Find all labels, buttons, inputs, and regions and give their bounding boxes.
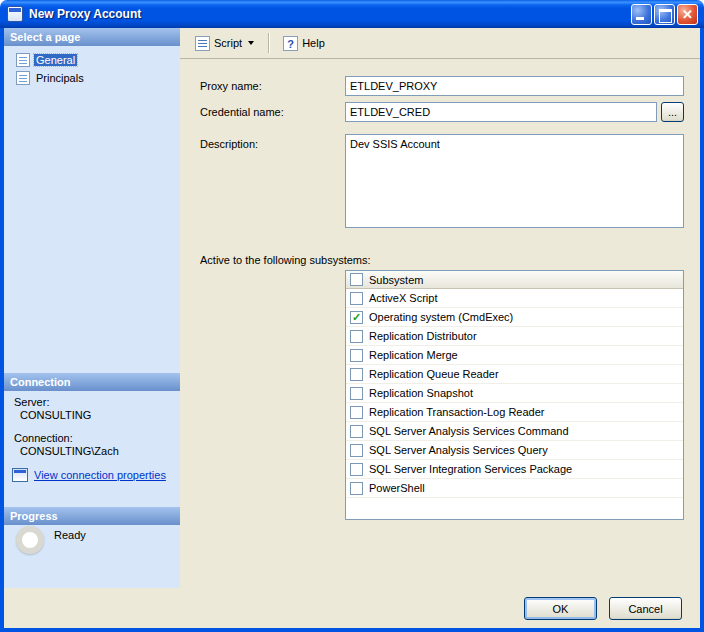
subsystem-checkbox[interactable] [350,406,363,419]
subsystem-label: Replication Queue Reader [369,368,499,380]
subsystem-label: PowerShell [369,482,425,494]
progress-status: Ready [54,529,86,541]
sidebar: Select a page GeneralPrincipals Connecti… [4,28,180,588]
help-button-label: Help [302,37,325,49]
table-row[interactable]: ✓Operating system (CmdExec) [346,308,683,327]
table-row[interactable]: Replication Snapshot [346,384,683,403]
subsystem-checkbox[interactable] [350,482,363,495]
minimize-button[interactable] [631,4,652,25]
subsystem-checkbox[interactable] [350,349,363,362]
toolbar: Script Help [180,28,700,59]
subsystem-label: Replication Snapshot [369,387,473,399]
cancel-button[interactable]: Cancel [609,597,682,620]
subsystem-checkbox[interactable] [350,425,363,438]
table-row[interactable]: ActiveX Script [346,289,683,308]
window-title: New Proxy Account [29,7,631,21]
ok-button[interactable]: OK [524,597,597,620]
footer: OK Cancel [4,588,700,628]
maximize-button[interactable] [654,4,675,25]
script-button[interactable]: Script [188,31,261,55]
view-connection-properties-link[interactable]: View connection properties [34,469,166,481]
subsystem-label: SQL Server Integration Services Package [369,463,572,475]
chevron-down-icon[interactable] [248,41,254,45]
sidebar-item-principals[interactable]: Principals [8,70,178,86]
subsystem-checkbox[interactable] [350,444,363,457]
sidebar-item-general[interactable]: General [8,52,178,68]
connection-header: Connection [4,373,180,391]
sidebar-item-label: General [34,54,77,66]
subsystem-checkbox[interactable] [350,463,363,476]
window-border-bottom [0,628,704,632]
table-row[interactable]: Replication Merge [346,346,683,365]
window-icon [7,6,23,22]
table-row[interactable]: Replication Queue Reader [346,365,683,384]
description-label: Description: [200,138,258,150]
proxy-name-label: Proxy name: [200,80,262,92]
description-input[interactable]: Dev SSIS Account [345,134,684,228]
title-bar: New Proxy Account ✕ [0,0,704,28]
subsystems-label: Active to the following subsystems: [200,254,371,266]
credential-name-label: Credential name: [200,106,284,118]
main-panel: Script Help Proxy name: Credential name:… [180,28,700,588]
subsystem-checkbox[interactable] [350,292,363,305]
proxy-name-input[interactable] [345,76,684,96]
progress-header: Progress [4,507,180,525]
subsystem-checkbox[interactable] [350,330,363,343]
table-row[interactable]: PowerShell [346,479,683,498]
subsystem-checkbox[interactable] [350,387,363,400]
view-connection-properties-row: View connection properties [12,468,166,482]
credential-browse-button[interactable]: ... [661,102,684,122]
page-icon [16,53,30,67]
new-proxy-account-dialog: New Proxy Account ✕ Select a page Genera… [0,0,704,632]
subsystem-label: Replication Distributor [369,330,477,342]
subsystem-label: SQL Server Analysis Services Command [369,425,569,437]
table-row[interactable]: SQL Server Integration Services Package [346,460,683,479]
table-row[interactable]: Replication Distributor [346,327,683,346]
subsystem-checkbox[interactable] [350,368,363,381]
select-all-checkbox[interactable] [350,273,363,286]
table-row[interactable]: SQL Server Analysis Services Query [346,441,683,460]
subsystems-grid-header: Subsystem [346,271,683,289]
table-row[interactable]: SQL Server Analysis Services Command [346,422,683,441]
subsystem-label: Operating system (CmdExec) [369,311,513,323]
window-border-right [700,28,704,632]
subsystem-label: Replication Transaction-Log Reader [369,406,545,418]
subsystem-list: ActiveX Script✓Operating system (CmdExec… [346,289,683,498]
subsystem-label: ActiveX Script [369,292,437,304]
server-value: CONSULTING [20,409,91,421]
script-button-label: Script [214,37,242,49]
dialog-content: Select a page GeneralPrincipals Connecti… [4,28,700,628]
help-icon [283,36,298,51]
select-a-page-header: Select a page [4,28,180,46]
subsystem-label: Replication Merge [369,349,458,361]
connection-properties-icon [12,468,28,482]
subsystem-column-header: Subsystem [369,274,423,286]
subsystem-checkbox[interactable]: ✓ [350,311,363,324]
toolbar-separator [268,33,269,53]
server-label: Server: [14,396,49,408]
close-button[interactable]: ✕ [677,4,698,25]
table-row[interactable]: Replication Transaction-Log Reader [346,403,683,422]
credential-name-input[interactable] [345,102,657,122]
connection-label: Connection: [14,432,73,444]
script-icon [195,36,210,51]
subsystems-grid: Subsystem ActiveX Script✓Operating syste… [345,270,684,520]
sidebar-item-label: Principals [34,72,86,84]
window-controls: ✕ [631,4,698,25]
connection-value: CONSULTING\Zach [20,445,119,457]
progress-status-row: Ready [16,526,86,554]
subsystem-label: SQL Server Analysis Services Query [369,444,548,456]
help-button[interactable]: Help [276,31,332,55]
progress-ready-icon [16,526,44,554]
page-list: GeneralPrincipals [8,52,178,88]
page-icon [16,71,30,85]
